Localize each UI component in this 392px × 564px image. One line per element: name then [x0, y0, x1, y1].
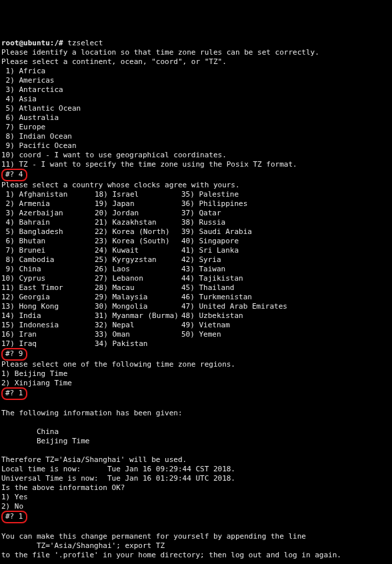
menu-option: 40) Singapore — [181, 237, 239, 245]
menu-option: 23) Korea (South) — [95, 237, 181, 246]
menu-option: 29) Malaysia — [95, 293, 181, 302]
text-line: Please select one of the following time … — [1, 360, 235, 369]
text-line: Therefore TZ='Asia/Shanghai' will be use… — [1, 455, 187, 464]
menu-option: 48) Uzbekistan — [181, 311, 243, 320]
menu-option: 43) Taiwan — [181, 265, 225, 273]
menu-option: 10) coord - I want to use geographical c… — [1, 151, 227, 159]
menu-option: 1) Afghanistan — [1, 190, 95, 199]
menu-option: 33) Oman — [95, 330, 181, 339]
menu-option: 1) Beijing Time — [1, 369, 67, 378]
text-line: Is the above information OK? — [1, 483, 125, 492]
menu-option: 2) Armenia — [1, 199, 95, 209]
menu-option: 27) Lebanon — [95, 274, 181, 283]
user-input-highlight[interactable]: #? 4 — [1, 169, 27, 181]
text-line: You can make this change permanent for y… — [1, 532, 306, 541]
menu-option: 2) Xinjiang Time — [1, 379, 72, 387]
menu-option: 35) Palestine — [181, 190, 239, 199]
text-line: China — [1, 427, 59, 436]
text-line: Local time is now: Tue Jan 16 09:29:44 C… — [1, 465, 235, 473]
menu-option: 42) Syria — [181, 255, 221, 264]
menu-option: 21) Kazakhstan — [95, 218, 181, 227]
menu-option: 13) Hong Kong — [1, 302, 95, 311]
menu-option: 25) Kyrgyzstan — [95, 255, 181, 265]
menu-option: 41) Sri Lanka — [181, 246, 239, 255]
menu-option: 46) Turkmenistan — [181, 293, 252, 301]
menu-option: 31) Myanmar (Burma) — [95, 311, 181, 321]
menu-option: 19) Japan — [95, 199, 181, 209]
menu-option: 10) Cyprus — [1, 274, 95, 283]
text-line: Universal Time is now: Tue Jan 16 01:29:… — [1, 474, 235, 483]
user-input-highlight[interactable]: #? 9 — [1, 348, 27, 361]
menu-option: 6) Australia — [1, 113, 59, 122]
menu-option: 36) Philippines — [181, 199, 247, 208]
menu-option: 1) Africa — [1, 67, 45, 75]
menu-option: 24) Kuwait — [95, 246, 181, 255]
menu-option: 7) Europe — [1, 123, 45, 131]
menu-option: 11) East Timor — [1, 283, 95, 293]
menu-option: 37) Qatar — [181, 209, 221, 217]
menu-option: 49) Vietnam — [181, 321, 230, 329]
text-line: Please select a country whose clocks agr… — [1, 181, 240, 189]
menu-option: 44) Tajikistan — [181, 274, 243, 283]
command: tzselect — [67, 39, 103, 47]
text-line: The following information has been given… — [1, 409, 183, 417]
menu-option: 26) Laos — [95, 265, 181, 274]
user-input-highlight[interactable]: #? 1 — [1, 387, 27, 400]
menu-option: 8) Indian Ocean — [1, 132, 72, 141]
menu-option: 45) Thailand — [181, 283, 234, 292]
menu-option: 7) Brunei — [1, 246, 95, 255]
terminal-output: root@ubuntu:/# tzselectPlease identify a… — [1, 39, 391, 564]
menu-option: 20) Jordan — [95, 209, 181, 218]
menu-option: 9) China — [1, 265, 95, 274]
menu-option: 4) Bahrain — [1, 218, 95, 227]
menu-option: 11) TZ - I want to specify the time zone… — [1, 160, 297, 169]
menu-option: 9) Pacific Ocean — [1, 141, 77, 150]
text-line: Please identify a location so that time … — [1, 48, 319, 57]
menu-option: 47) United Arab Emirates — [181, 302, 287, 311]
text-line: TZ='Asia/Shanghai'; export TZ — [1, 541, 165, 550]
menu-option: 34) Pakistan — [95, 339, 181, 349]
menu-option: 50) Yemen — [181, 330, 221, 339]
menu-option: 12) Georgia — [1, 293, 95, 302]
menu-option: 16) Iran — [1, 330, 95, 339]
menu-option: 2) Americas — [1, 76, 54, 85]
menu-option: 22) Korea (North) — [95, 227, 181, 237]
menu-option: 2) No — [1, 502, 23, 511]
menu-option: 1) Yes — [1, 493, 28, 501]
menu-option: 32) Nepal — [95, 321, 181, 330]
menu-option: 14) India — [1, 311, 95, 321]
menu-option: 15) Indonesia — [1, 321, 95, 330]
menu-option: 18) Israel — [95, 190, 181, 199]
menu-option: 8) Cambodia — [1, 255, 95, 265]
menu-option: 5) Atlantic Ocean — [1, 104, 81, 113]
menu-option: 4) Asia — [1, 95, 37, 103]
text-line: to the file '.profile' in your home dire… — [1, 551, 341, 559]
menu-option: 3) Antarctica — [1, 85, 63, 94]
text-line: Beijing Time — [1, 437, 89, 445]
menu-option: 6) Bhutan — [1, 237, 95, 246]
user-input-highlight[interactable]: #? 1 — [1, 511, 27, 523]
text-line: Please select a continent, ocean, "coord… — [1, 57, 227, 66]
menu-option: 28) Macau — [95, 283, 181, 293]
menu-option: 30) Mongolia — [95, 302, 181, 311]
menu-option: 3) Azerbaijan — [1, 209, 95, 218]
menu-option: 39) Saudi Arabia — [181, 227, 252, 236]
prompt[interactable]: root@ubuntu:/# — [1, 39, 67, 47]
menu-option: 5) Bangladesh — [1, 227, 95, 237]
menu-option: 17) Iraq — [1, 339, 95, 349]
menu-option: 38) Russia — [181, 218, 225, 227]
